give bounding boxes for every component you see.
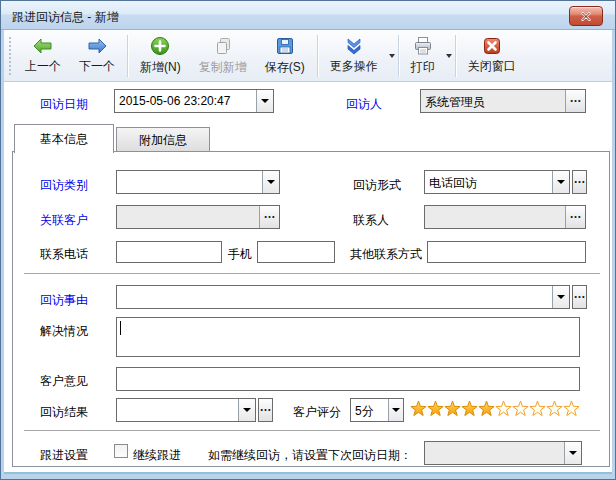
toolbar-grip-handle[interactable] (8, 37, 12, 75)
star-filled-icon[interactable] (410, 400, 427, 417)
customer-rating-label: 客户评分 (293, 404, 341, 421)
copy-icon (213, 36, 233, 56)
save-icon (275, 36, 295, 56)
next-visit-date-dropdown-button[interactable] (564, 442, 581, 464)
visit-category-label: 回访类别 (40, 177, 88, 194)
visit-date-combobox[interactable]: 2015-05-06 23:20:47 (114, 89, 274, 113)
toolbar-separator (455, 35, 456, 77)
star-empty-icon[interactable] (529, 400, 546, 417)
followup-settings-label: 跟进设置 (40, 447, 88, 464)
next-visit-date-combobox[interactable] (424, 441, 582, 465)
star-empty-icon[interactable] (563, 400, 580, 417)
star-filled-icon[interactable] (478, 400, 495, 417)
previous-button-label: 上一个 (25, 58, 61, 75)
save-button[interactable]: 保存(S) (256, 33, 314, 79)
customer-rating-combobox[interactable]: 5分 (350, 398, 404, 422)
contact-person-label: 联系人 (353, 212, 389, 229)
window-close-button[interactable] (569, 6, 603, 26)
tab-basic-info-label: 基本信息 (40, 131, 88, 148)
star-empty-icon[interactable] (546, 400, 563, 417)
copy-new-button[interactable]: 复制新增 (190, 33, 256, 79)
text-caret (120, 321, 121, 335)
add-icon (150, 36, 170, 56)
visit-date-dropdown-button[interactable] (256, 90, 273, 112)
close-window-button-label: 关闭窗口 (468, 58, 516, 75)
contact-person-value (425, 206, 565, 228)
arrow-right-icon (86, 37, 108, 55)
tab-additional-info[interactable]: 附加信息 (116, 127, 210, 153)
visit-category-dropdown-button[interactable] (262, 171, 279, 193)
more-actions-dropdown-arrow[interactable] (389, 54, 395, 58)
more-actions-button[interactable]: 更多操作 (321, 33, 387, 79)
print-button-label: 打印 (411, 59, 435, 76)
visit-reason-combobox[interactable] (116, 285, 570, 309)
tab-basic-info[interactable]: 基本信息 (14, 124, 114, 153)
visit-result-dropdown-button[interactable] (238, 399, 255, 421)
visit-reason-lookup-button[interactable]: … (572, 285, 587, 309)
visit-result-combobox[interactable] (116, 398, 256, 422)
resolution-textarea[interactable] (116, 317, 580, 357)
star-filled-icon[interactable] (461, 400, 478, 417)
resolution-label: 解决情况 (40, 323, 88, 340)
other-contact-label: 其他联系方式 (350, 246, 422, 263)
save-button-label: 保存(S) (265, 59, 305, 76)
visit-method-combobox[interactable]: 电话回访 (424, 170, 570, 194)
continue-followup-label: 继续跟进 (133, 447, 181, 464)
star-empty-icon[interactable] (495, 400, 512, 417)
visit-result-label: 回访结果 (40, 404, 88, 421)
contact-person-lookup-button[interactable]: … (565, 206, 585, 228)
chevron-down-icon (267, 180, 275, 184)
continue-followup-checkbox[interactable] (114, 444, 128, 458)
visitor-label: 回访人 (346, 96, 382, 113)
print-button[interactable]: 打印 (402, 33, 444, 79)
chevron-down-icon (557, 295, 565, 299)
section-divider (24, 273, 600, 274)
mobile-label: 手机 (228, 246, 252, 263)
print-group: 打印 (402, 33, 452, 79)
star-filled-icon[interactable] (427, 400, 444, 417)
visit-reason-dropdown-button[interactable] (552, 286, 569, 308)
visit-category-value (117, 171, 262, 193)
customer-opinion-input[interactable] (116, 367, 580, 391)
close-red-icon (483, 37, 501, 55)
contact-phone-label: 联系电话 (40, 246, 88, 263)
visit-method-dropdown-button[interactable] (552, 171, 569, 193)
visit-method-label: 回访形式 (353, 177, 401, 194)
related-customer-lookup-button[interactable]: … (259, 206, 279, 228)
visit-method-lookup-button[interactable]: … (572, 170, 587, 194)
customer-rating-dropdown-button[interactable] (388, 399, 403, 421)
visitor-lookup-button[interactable]: … (565, 90, 585, 112)
close-window-button[interactable]: 关闭窗口 (459, 33, 525, 79)
mobile-input[interactable] (257, 241, 335, 263)
toolbar-separator (127, 35, 128, 77)
star-rating (410, 400, 580, 417)
new-button[interactable]: 新增(N) (131, 33, 190, 79)
visit-result-lookup-button[interactable]: … (258, 398, 273, 422)
visit-reason-label: 回访事由 (40, 292, 88, 309)
customer-rating-value: 5分 (351, 399, 388, 421)
more-actions-icon (344, 37, 364, 55)
related-customer-value (117, 206, 259, 228)
other-contact-input[interactable] (427, 241, 586, 263)
more-actions-button-label: 更多操作 (330, 58, 378, 75)
visit-reason-value (117, 286, 552, 308)
related-customer-lookup-field[interactable]: … (116, 205, 280, 229)
next-button[interactable]: 下一个 (70, 33, 124, 79)
titlebar: 跟进回访信息 - 新增 (1, 1, 615, 30)
arrow-left-icon (32, 37, 54, 55)
next-button-label: 下一个 (79, 58, 115, 75)
star-filled-icon[interactable] (444, 400, 461, 417)
visitor-lookup-field[interactable]: 系统管理员 … (420, 89, 586, 113)
visit-category-combobox[interactable] (116, 170, 280, 194)
print-dropdown-arrow[interactable] (446, 54, 452, 58)
contact-phone-input[interactable] (116, 241, 222, 263)
dialog-content: 上一个 下一个 新增(N) (4, 30, 612, 472)
chevron-down-icon (392, 408, 400, 412)
chevron-down-icon (557, 180, 565, 184)
contact-person-lookup-field[interactable]: … (424, 205, 586, 229)
visit-date-value: 2015-05-06 23:20:47 (115, 90, 256, 112)
copy-new-button-label: 复制新增 (199, 59, 247, 76)
previous-button[interactable]: 上一个 (16, 33, 70, 79)
star-empty-icon[interactable] (512, 400, 529, 417)
toolbar-separator (398, 35, 399, 77)
